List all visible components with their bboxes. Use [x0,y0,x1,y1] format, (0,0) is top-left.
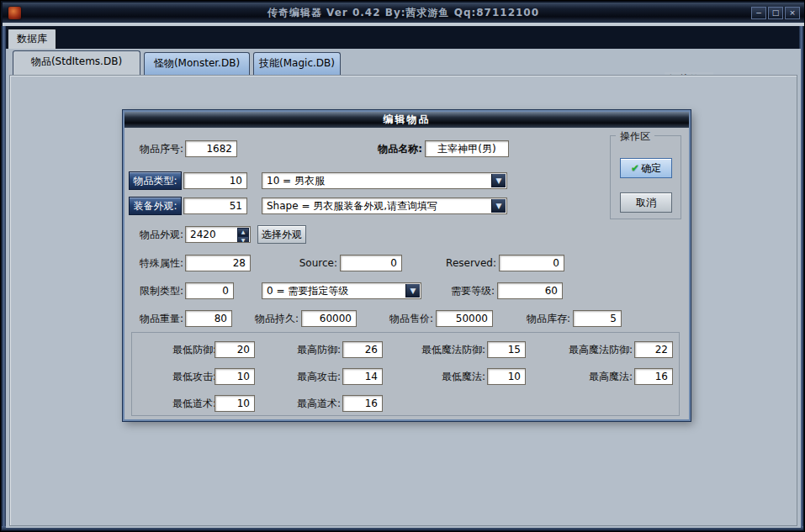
app-window: 传奇编辑器 Ver 0.42 By:茜求游鱼 Qq:87112100 − □ ×… [0,0,805,532]
item-type-label[interactable]: 物品类型: [129,171,182,190]
special-label: 特殊属性: [131,255,183,271]
spin-down-icon[interactable]: ▼ [237,236,249,243]
limit-type-label: 限制类型: [131,282,183,299]
ok-button[interactable]: ✔确定 [620,158,672,178]
equip-shape-input[interactable]: 51 [183,198,247,214]
check-icon: ✔ [631,162,639,174]
reserved-input[interactable]: 0 [499,255,564,271]
item-look-label: 物品外观: [131,226,183,243]
item-look-value: 2420 [190,229,216,240]
durability-input[interactable]: 60000 [301,310,357,327]
item-type-combo[interactable]: 10 = 男衣服 ▼ [262,172,507,189]
chevron-down-icon[interactable]: ▼ [405,284,420,298]
stat-label: 最低道术: [137,395,216,412]
stat-input[interactable]: 16 [342,395,383,412]
limit-type-input[interactable]: 0 [185,282,234,299]
price-label: 物品售价: [381,310,433,327]
equip-shape-combo[interactable]: Shape = 男衣服装备外观,请查询填写 ▼ [262,198,507,214]
ops-groupbox: 操作区 ✔确定 取消 [610,135,681,219]
stat-label: 最高魔法: [536,368,633,385]
price-input[interactable]: 50000 [436,310,493,327]
spin-up-icon[interactable]: ▲ [237,228,249,236]
stat-label: 最低魔法防御: [393,341,485,358]
dialog-title: 编辑物品 [124,112,689,128]
stat-input[interactable]: 10 [487,368,526,385]
window-titlebar: 传奇编辑器 Ver 0.42 By:茜求游鱼 Qq:87112100 − □ × [3,3,804,23]
stat-input[interactable]: 15 [487,341,526,358]
stat-label: 最低魔法: [393,368,485,385]
maximize-button[interactable]: □ [768,7,783,19]
item-name-label: 物品名称: [368,140,422,157]
main-tabstrip [3,26,804,49]
stat-input[interactable]: 16 [634,368,673,385]
cancel-button[interactable]: 取消 [620,192,672,213]
source-label: Source: [289,255,337,271]
equip-shape-label[interactable]: 装备外观: [129,197,182,215]
stock-input[interactable]: 5 [573,310,622,327]
stat-label: 最高防御: [267,341,341,358]
item-look-spinner[interactable]: 2420 ▲ ▼ [185,226,251,243]
stat-label: 最低防御: [137,341,216,358]
stat-input[interactable]: 20 [214,341,255,358]
stock-label: 物品库存: [518,310,570,327]
source-input[interactable]: 0 [340,255,402,271]
stat-input[interactable]: 10 [214,368,255,385]
tab-magic[interactable]: 技能(Magic.DB) [253,52,341,75]
tab-stditems[interactable]: 物品(StdItems.DB) [13,50,140,75]
need-level-label: 需要等级: [444,282,495,299]
stat-input[interactable]: 26 [342,341,383,358]
app-icon [8,7,21,19]
stat-label: 最高道术: [267,395,341,412]
stat-label: 最低攻击: [137,368,216,385]
ok-button-label: 确定 [641,162,661,174]
chevron-down-icon[interactable]: ▼ [491,199,506,213]
limit-type-combo[interactable]: 0 = 需要指定等级 ▼ [262,282,421,299]
stat-input[interactable]: 10 [214,395,255,412]
item-name-input[interactable]: 主宰神甲(男) [425,140,509,157]
stat-label: 最高攻击: [267,368,341,385]
special-input[interactable]: 28 [185,255,251,271]
ops-group-title: 操作区 [616,129,654,144]
equip-shape-combo-text: Shape = 男衣服装备外观,请查询填写 [267,200,437,212]
durability-label: 物品持久: [246,310,299,327]
weight-label: 物品重量: [131,310,183,327]
tab-monster[interactable]: 怪物(Monster.DB) [144,52,250,75]
close-button[interactable]: × [785,7,800,19]
stat-label: 最高魔法防御: [536,341,633,358]
stat-input[interactable]: 22 [634,341,673,358]
chevron-down-icon[interactable]: ▼ [491,174,506,187]
item-index-input[interactable]: 1682 [185,140,237,157]
stats-fieldset: 最低防御:20最高防御:26最低魔法防御:15最高魔法防御:22最低攻击:10最… [131,332,680,416]
item-index-label: 物品序号: [131,140,183,157]
item-type-combo-text: 10 = 男衣服 [267,175,325,187]
tab-database[interactable]: 数据库 [8,29,56,49]
need-level-input[interactable]: 60 [497,282,563,299]
item-type-input[interactable]: 10 [183,172,247,189]
edit-item-dialog: 编辑物品 物品序号: 1682 物品名称: 主宰神甲(男) 物品类型: 10 1… [123,110,691,421]
choose-look-button[interactable]: 选择外观 [257,225,306,244]
limit-type-combo-text: 0 = 需要指定等级 [267,285,348,297]
window-title: 传奇编辑器 Ver 0.42 By:茜求游鱼 Qq:87112100 [3,6,804,20]
weight-input[interactable]: 80 [185,310,232,327]
reserved-label: Reserved: [446,255,496,271]
minimize-button[interactable]: − [751,7,766,19]
stat-input[interactable]: 14 [342,368,383,385]
